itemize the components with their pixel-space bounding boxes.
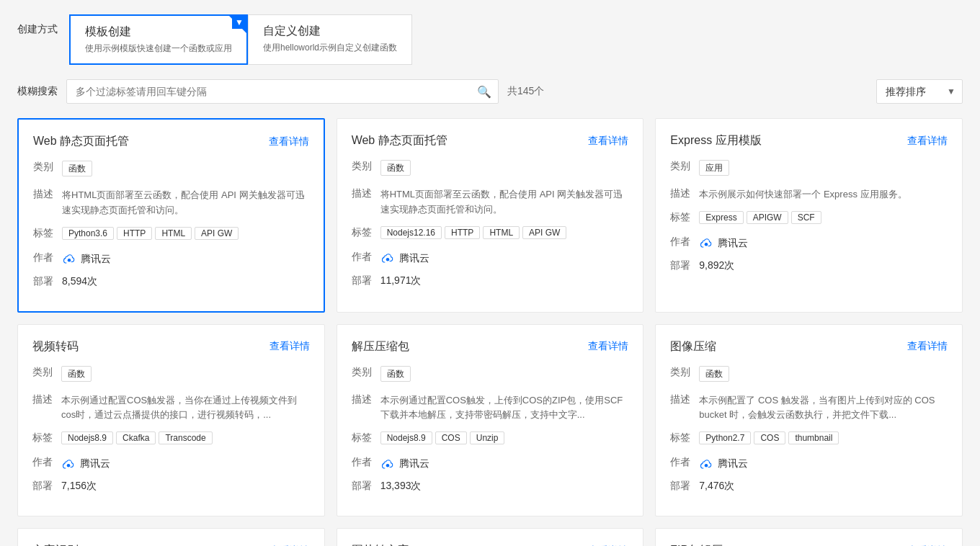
tags-wrap: Python3.6HTTPHTMLAPI GW xyxy=(62,227,241,243)
card-title: Express 应用模版 xyxy=(670,133,761,148)
card-detail-link[interactable]: 查看详情 xyxy=(907,340,948,353)
card-deploy-row: 部署 7,476次 xyxy=(670,480,948,493)
card-detail-link[interactable]: 查看详情 xyxy=(269,135,309,148)
tag: COS xyxy=(754,431,785,444)
card-header: 图像压缩 查看详情 xyxy=(670,339,948,354)
card-detail-link[interactable]: 查看详情 xyxy=(588,340,628,353)
card-tags-row: 标签 Python2.7COSthumbnail xyxy=(670,431,948,447)
card-deploy-row: 部署 9,892次 xyxy=(670,259,948,272)
template-card-card1[interactable]: Web 静态页面托管 查看详情 类别 函数 描述 将HTML页面部署至云函数，配… xyxy=(17,118,325,313)
card-detail-link[interactable]: 查看详情 xyxy=(907,135,948,148)
template-card-card7[interactable]: 文字识别 查看详情 类别 函数 作者 腾讯云 xyxy=(17,528,325,546)
category-label: 类别 xyxy=(33,161,56,174)
tag: Ckafka xyxy=(116,431,156,444)
create-label: 创建方式 xyxy=(17,23,58,36)
template-create-option[interactable]: ▼ 模板创建 使用示例模版快速创建一个函数或应用 xyxy=(69,14,248,65)
category-value: 函数 xyxy=(380,366,414,385)
author-label: 作者 xyxy=(670,456,693,469)
tags-label: 标签 xyxy=(33,227,56,240)
card-header: 解压压缩包 查看详情 xyxy=(352,339,629,354)
template-card-card5[interactable]: 解压压缩包 查看详情 类别 函数 描述 本示例通过配置COS触发，上传到COS的… xyxy=(337,324,644,517)
card-author-row: 作者 腾讯云 xyxy=(33,251,309,267)
card-deploy-row: 部署 7,156次 xyxy=(32,480,310,493)
cloud-icon xyxy=(62,251,76,266)
desc-value: 将HTML页面部署至云函数，配合使用 API 网关触发器可迅速实现静态页面托管和… xyxy=(62,188,309,218)
tag: Python3.6 xyxy=(62,227,114,240)
cloud-icon xyxy=(380,457,395,471)
tag: SCF xyxy=(791,211,821,224)
card-category-row: 类别 应用 xyxy=(670,160,948,179)
tags-label: 标签 xyxy=(32,431,55,444)
deploy-count: 7,476次 xyxy=(699,480,734,493)
cloud-icon xyxy=(699,236,713,250)
card-desc-row: 描述 将HTML页面部署至云函数，配合使用 API 网关触发器可迅速实现静态页面… xyxy=(352,187,629,218)
template-card-card9[interactable]: ZIP包解压 查看详情 类别 函数 作者 腾讯云 xyxy=(655,528,963,546)
tags-wrap: ExpressAPIGWSCF xyxy=(699,211,824,227)
svg-point-2 xyxy=(705,243,708,246)
custom-create-option[interactable]: 自定义创建 使用helloworld示例自定义创建函数 xyxy=(248,14,412,65)
desc-value: 本示例展示如何快速部署一个 Express 应用服务。 xyxy=(699,187,906,202)
deploy-label: 部署 xyxy=(32,480,55,493)
template-card-card8[interactable]: 图片转文字 查看详情 类别 函数 作者 腾讯云 xyxy=(337,528,644,546)
custom-option-title: 自定义创建 xyxy=(263,24,397,39)
deploy-label: 部署 xyxy=(33,275,56,288)
card-desc-row: 描述 将HTML页面部署至云函数，配合使用 API 网关触发器可迅速实现静态页面… xyxy=(33,188,309,218)
category-label: 类别 xyxy=(352,160,375,173)
card-category-row: 类别 函数 xyxy=(33,161,309,179)
template-card-card2[interactable]: Web 静态页面托管 查看详情 类别 函数 描述 将HTML页面部署至云函数，配… xyxy=(337,118,644,313)
desc-label: 描述 xyxy=(33,188,56,201)
card-desc-row: 描述 本示例配置了 COS 触发器，当有图片上传到对应的 COS bucket … xyxy=(670,393,948,424)
card-title: Web 静态页面托管 xyxy=(33,134,129,149)
template-card-card3[interactable]: Express 应用模版 查看详情 类别 应用 描述 本示例展示如何快速部署一个… xyxy=(655,118,963,313)
tag: HTTP xyxy=(117,227,152,240)
svg-point-0 xyxy=(68,259,71,262)
card-tags-row: 标签 ExpressAPIGWSCF xyxy=(670,211,948,227)
category-value: 函数 xyxy=(380,160,414,179)
search-section: 模糊搜索 🔍 共145个 推荐排序 最新 最多部署 xyxy=(17,79,963,104)
author-wrap: 腾讯云 xyxy=(61,456,110,471)
create-section: 创建方式 ▼ 模板创建 使用示例模版快速创建一个函数或应用 自定义创建 使用he… xyxy=(17,14,963,65)
desc-label: 描述 xyxy=(352,187,375,200)
tags-wrap: Python2.7COSthumbnail xyxy=(699,431,842,447)
deploy-count: 11,971次 xyxy=(380,274,422,287)
category-tag: 函数 xyxy=(62,161,92,176)
sort-select[interactable]: 推荐排序 最新 最多部署 xyxy=(876,79,963,104)
deploy-label: 部署 xyxy=(670,480,693,493)
template-option-desc: 使用示例模版快速创建一个函数或应用 xyxy=(85,42,232,55)
author-name: 腾讯云 xyxy=(399,251,429,266)
author-label: 作者 xyxy=(33,251,56,264)
card-category-row: 类别 函数 xyxy=(352,160,629,179)
tag: Nodejs12.16 xyxy=(380,226,442,239)
cards-grid: Web 静态页面托管 查看详情 类别 函数 描述 将HTML页面部署至云函数，配… xyxy=(17,118,963,546)
category-value: 函数 xyxy=(62,161,95,179)
category-label: 类别 xyxy=(670,366,693,379)
card-category-row: 类别 函数 xyxy=(670,366,948,385)
template-card-card6[interactable]: 图像压缩 查看详情 类别 函数 描述 本示例配置了 COS 触发器，当有图片上传… xyxy=(655,324,963,517)
deploy-label: 部署 xyxy=(352,274,375,287)
tag: COS xyxy=(435,431,467,444)
card-author-row: 作者 腾讯云 xyxy=(32,456,310,471)
search-count: 共145个 xyxy=(507,85,544,98)
desc-label: 描述 xyxy=(670,187,693,200)
card-detail-link[interactable]: 查看详情 xyxy=(588,135,628,148)
card-header: 视频转码 查看详情 xyxy=(32,339,310,354)
search-input[interactable] xyxy=(66,79,499,104)
tags-wrap: Nodejs8.9COSUnzip xyxy=(380,431,508,447)
category-tag: 应用 xyxy=(699,160,729,176)
desc-value: 本示例通过配置COS触发器，当你在通过上传视频文件到cos时，通过云点播提供的接… xyxy=(61,393,310,424)
card-title: Web 静态页面托管 xyxy=(352,133,447,148)
author-name: 腾讯云 xyxy=(80,456,110,471)
category-tag: 函数 xyxy=(380,160,411,176)
author-name: 腾讯云 xyxy=(81,251,111,267)
author-wrap: 腾讯云 xyxy=(699,236,748,251)
card-header: ZIP包解压 查看详情 xyxy=(670,543,948,546)
template-card-card4[interactable]: 视频转码 查看详情 类别 函数 描述 本示例通过配置COS触发器，当你在通过上传… xyxy=(17,324,325,517)
template-option-title: 模板创建 xyxy=(85,24,232,40)
desc-value: 本示例通过配置COS触发，上传到COS的ZIP包，使用SCF下载并本地解压，支持… xyxy=(380,393,629,424)
card-tags-row: 标签 Python3.6HTTPHTMLAPI GW xyxy=(33,227,309,243)
category-label: 类别 xyxy=(670,160,693,173)
tag: Unzip xyxy=(470,431,505,444)
desc-label: 描述 xyxy=(670,393,693,406)
tag: HTML xyxy=(483,226,520,239)
card-detail-link[interactable]: 查看详情 xyxy=(270,340,310,353)
